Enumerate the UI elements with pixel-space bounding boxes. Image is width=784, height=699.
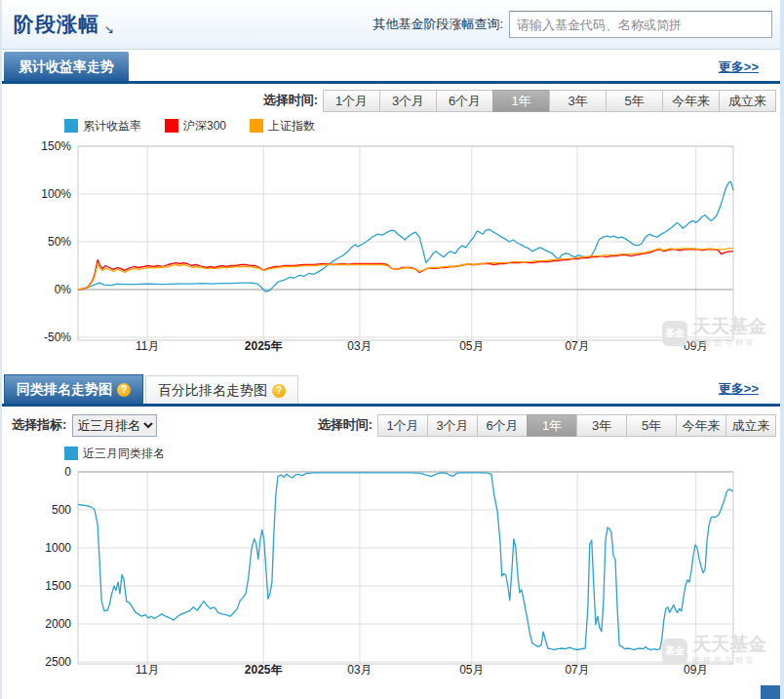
indicator-select-wrap: 选择指标: 近三月排名 (12, 414, 157, 437)
time-select-label-2: 选择时间: (318, 416, 372, 434)
legend-item[interactable]: 上证指数 (250, 118, 315, 135)
time-btn-今年来[interactable]: 今年来 (662, 90, 720, 112)
svg-text:50%: 50% (48, 235, 71, 249)
svg-text:03月: 03月 (347, 663, 372, 677)
legend-item[interactable]: 近三月同类排名 (64, 446, 165, 462)
bottom-right-corner (761, 685, 780, 699)
time-btn-3个月[interactable]: 3个月 (379, 90, 437, 112)
time-range-buttons-2: 1个月3个月6个月1年3年5年今年来成立来 (378, 414, 776, 437)
rank-controls-row: 选择指标: 近三月排名 选择时间: 1个月3个月6个月1年3年5年今年来成立来 (2, 412, 780, 438)
section1-header: 累计收益率走势 更多>> (2, 52, 780, 84)
time-btn-3年[interactable]: 3年 (549, 90, 607, 112)
indicator-select[interactable]: 近三月排名 (72, 414, 157, 437)
svg-text:2000: 2000 (45, 617, 71, 631)
legend-item[interactable]: 沪深300 (165, 118, 226, 135)
legend-label: 沪深300 (183, 118, 226, 135)
svg-text:0: 0 (64, 465, 71, 479)
svg-text:07月: 07月 (565, 663, 589, 677)
svg-text:05月: 05月 (459, 663, 484, 677)
time-btn-1个月[interactable]: 1个月 (323, 90, 380, 112)
legend-swatch (64, 447, 78, 460)
legend-label: 近三月同类排名 (83, 446, 165, 462)
svg-text:09月: 09月 (684, 339, 708, 353)
svg-text:0%: 0% (55, 283, 72, 296)
time-btn-5年[interactable]: 5年 (626, 414, 677, 437)
svg-text:1000: 1000 (45, 541, 71, 555)
svg-text:05月: 05月 (459, 339, 484, 353)
help-icon[interactable]: ? (272, 384, 286, 398)
fund-search-input[interactable] (509, 11, 772, 38)
time-range-row-1: 选择时间: 1个月3个月6个月1年3年5年今年来成立来 (2, 89, 780, 112)
svg-text:100%: 100% (41, 187, 71, 201)
svg-text:2025年: 2025年 (245, 339, 283, 353)
svg-text:11月: 11月 (136, 663, 159, 677)
legend-item[interactable]: 累计收益率 (64, 118, 141, 135)
page-header: 阶段涨幅 ↘ 其他基金阶段涨幅查询: (2, 0, 780, 50)
legend-swatch (250, 119, 263, 133)
svg-text:1500: 1500 (45, 579, 71, 593)
legend-label: 上证指数 (268, 118, 315, 135)
more-link-1[interactable]: 更多>> (719, 58, 759, 76)
time-btn-1个月[interactable]: 1个月 (377, 414, 428, 437)
svg-text:03月: 03月 (347, 339, 372, 353)
time-btn-5年[interactable]: 5年 (606, 90, 663, 112)
time-btn-1年[interactable]: 1年 (527, 414, 577, 437)
svg-text:09月: 09月 (684, 663, 708, 677)
cumulative-return-chart[interactable]: 150%100%50%0%-50%11月2025年03月05月07月09月 (2, 134, 784, 368)
time-range-row-2: 选择时间: 1个月3个月6个月1年3年5年今年来成立来 (318, 414, 776, 437)
stage-gain-page: 阶段涨幅 ↘ 其他基金阶段涨幅查询: 累计收益率走势 更多>> 选择时间: 1个… (0, 0, 784, 699)
svg-text:2025年: 2025年 (245, 663, 283, 677)
time-btn-3年[interactable]: 3年 (576, 414, 627, 437)
time-btn-6个月[interactable]: 6个月 (436, 90, 493, 112)
tab-label: 同类排名走势图 (17, 381, 112, 397)
legend-label: 累计收益率 (83, 118, 141, 135)
svg-text:11月: 11月 (136, 339, 159, 353)
svg-text:07月: 07月 (565, 339, 589, 353)
tab-cumulative-return[interactable]: 累计收益率走势 (4, 52, 129, 81)
time-select-label-1: 选择时间: (263, 92, 318, 109)
time-btn-成立来[interactable]: 成立来 (719, 90, 776, 112)
chart2-legend: 近三月同类排名 (64, 446, 780, 461)
rank-chart[interactable]: 0500100015002000250011月2025年03月05月07月09月 (2, 461, 784, 693)
page-title: 阶段涨幅 (14, 11, 99, 38)
chart1-legend: 累计收益率沪深300上证指数 (64, 118, 780, 134)
indicator-label: 选择指标: (12, 416, 66, 434)
time-btn-今年来[interactable]: 今年来 (676, 414, 726, 437)
search-label: 其他基金阶段涨幅查询: (372, 16, 503, 33)
cumulative-return-chart-block: 累计收益率沪深300上证指数 150%100%50%0%-50%11月2025年… (2, 118, 780, 368)
rank-chart-block: 近三月同类排名 0500100015002000250011月2025年03月0… (2, 446, 780, 693)
tab-percentile-rank[interactable]: 百分比排名走势图? (145, 375, 298, 404)
svg-text:500: 500 (52, 503, 71, 517)
time-range-buttons-1: 1个月3个月6个月1年3年5年今年来成立来 (324, 90, 776, 112)
time-btn-成立来[interactable]: 成立来 (725, 414, 776, 437)
help-icon[interactable]: ? (117, 383, 131, 397)
time-btn-6个月[interactable]: 6个月 (477, 414, 528, 437)
page-title-wrap: 阶段涨幅 ↘ (2, 11, 114, 38)
tab-label: 百分比排名走势图 (158, 382, 267, 398)
svg-text:2500: 2500 (45, 655, 71, 669)
tab-peer-rank[interactable]: 同类排名走势图? (4, 374, 143, 404)
section2-header: 同类排名走势图?百分比排名走势图? 更多>> (2, 373, 780, 407)
svg-text:150%: 150% (41, 139, 71, 153)
more-link-2[interactable]: 更多>> (719, 380, 759, 398)
legend-swatch (165, 119, 178, 133)
time-btn-3个月[interactable]: 3个月 (427, 414, 478, 437)
time-btn-1年[interactable]: 1年 (492, 90, 550, 112)
svg-text:-50%: -50% (44, 330, 71, 344)
legend-swatch (64, 119, 78, 133)
collapse-arrow-icon[interactable]: ↘ (104, 22, 114, 36)
fund-search-area: 其他基金阶段涨幅查询: (372, 11, 772, 38)
rank-tabs: 同类排名走势图?百分比排名走势图? (2, 373, 298, 404)
